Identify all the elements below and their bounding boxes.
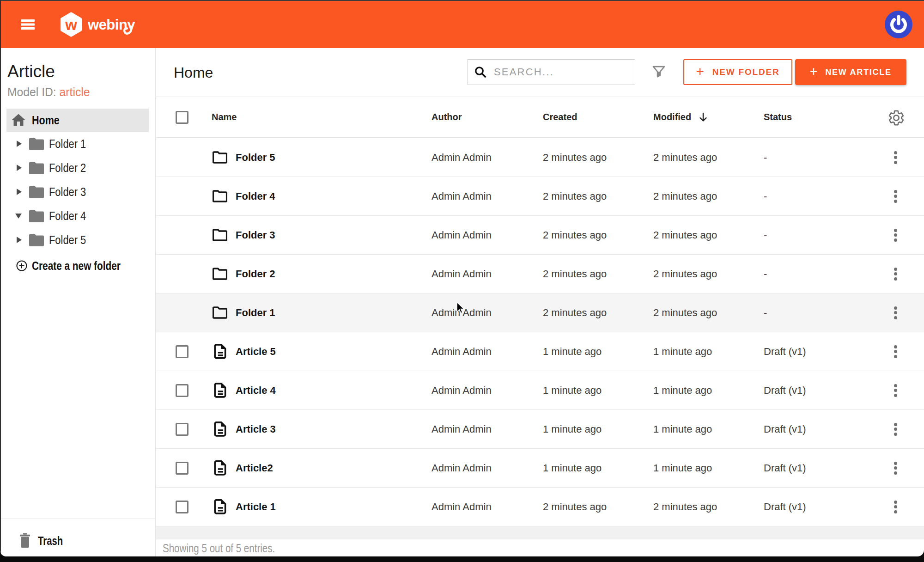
svg-text:w: w [65, 16, 77, 33]
